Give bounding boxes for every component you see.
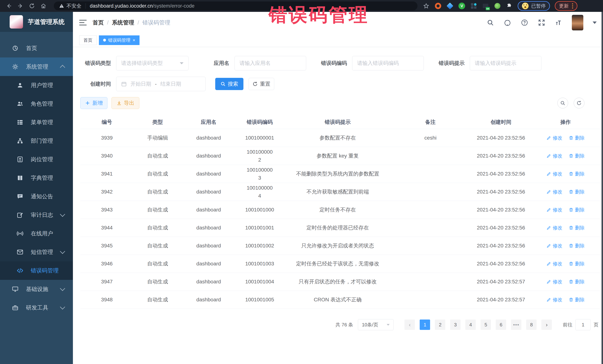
edit-link[interactable]: 修改	[546, 243, 562, 249]
edit-icon	[546, 261, 551, 266]
edit-link[interactable]: 修改	[546, 297, 562, 303]
sidebar-item-notice[interactable]: 通知公告	[0, 187, 73, 206]
delete-link[interactable]: 删除	[569, 297, 585, 303]
reset-button[interactable]: 重置	[249, 78, 274, 90]
delete-link[interactable]: 删除	[569, 171, 585, 177]
sidebar-item-infra[interactable]: 基础设施	[0, 280, 73, 298]
extension-gem-icon[interactable]	[446, 2, 453, 10]
delete-link[interactable]: 删除	[569, 278, 585, 285]
delete-link[interactable]: 删除	[569, 135, 585, 141]
sidebar-item-online[interactable]: 在线用户	[0, 224, 73, 243]
breadcrumb-system[interactable]: 系统管理	[112, 19, 134, 26]
extension-key-icon[interactable]	[494, 2, 501, 10]
tab-error-code-active[interactable]: 错误码管理 ×	[99, 35, 139, 45]
sidebar-item-dept[interactable]: 部门管理	[0, 132, 73, 150]
edit-link[interactable]: 修改	[546, 135, 562, 141]
header-search-icon[interactable]	[487, 19, 494, 26]
page-button-8[interactable]: 8	[526, 320, 537, 330]
page-button-1[interactable]: 1	[420, 320, 430, 330]
user-menu-caret-icon[interactable]	[593, 22, 597, 24]
cell-id: 3943	[80, 207, 133, 213]
page-button-4[interactable]: 4	[465, 320, 476, 330]
extension-switchy-on-icon[interactable]: on	[482, 2, 489, 10]
address-bar[interactable]: 不安全 dashboard.yudao.iocoder.cn/system/er…	[54, 1, 417, 10]
sidebar-item-menu[interactable]: 菜单管理	[0, 113, 73, 132]
table-row: 3941 自动生成 dashboard 100100000 3 不能删除类型为系…	[80, 165, 600, 183]
prev-page-button[interactable]: ‹	[405, 320, 415, 330]
bookmark-star-icon[interactable]	[423, 2, 430, 10]
goto-page-input[interactable]: 1	[575, 319, 591, 330]
font-size-icon[interactable]	[555, 19, 563, 26]
error-type-select[interactable]: 请选择错误码类型	[116, 56, 188, 70]
tab-home[interactable]: 首页	[79, 35, 97, 45]
sidebar-item-post[interactable]: 岗位管理	[0, 150, 73, 169]
delete-link[interactable]: 删除	[569, 207, 585, 213]
breadcrumb-home[interactable]: 首页	[93, 19, 104, 26]
edit-link[interactable]: 修改	[546, 153, 562, 159]
error-hint-input[interactable]: 请输入错误码提示	[470, 56, 541, 70]
delete-link[interactable]: 删除	[569, 225, 585, 231]
fullscreen-icon[interactable]	[538, 19, 545, 26]
sidebar-item-errorcode[interactable]: 错误码管理	[0, 261, 73, 280]
sidebar-item-sms[interactable]: 短信管理	[0, 243, 73, 261]
cell-id: 3939	[80, 135, 133, 141]
edit-link[interactable]: 修改	[546, 261, 562, 267]
page-button-3[interactable]: 3	[450, 320, 461, 330]
app-name-input[interactable]: 请输入应用名	[234, 56, 306, 70]
extensions-puzzle-icon[interactable]	[506, 2, 513, 10]
sidebar-item-home[interactable]: 首页	[0, 39, 73, 57]
reload-icon[interactable]	[28, 2, 36, 10]
sidebar-item-dict[interactable]: 字典管理	[0, 169, 73, 187]
next-page-button[interactable]: ›	[541, 320, 552, 330]
tampermonkey-paused-chip[interactable]: 已暂停	[518, 1, 550, 11]
page-button-5[interactable]: 5	[481, 320, 491, 330]
error-code-input[interactable]: 请输入错误码编码	[352, 56, 424, 70]
edit-link[interactable]: 修改	[546, 207, 562, 213]
pagination: 共 76 条 10条/页 ‹ 123456•••8 › 前往 1 页	[73, 319, 603, 330]
forward-icon[interactable]	[16, 2, 24, 10]
cell-code: 100100000 4	[235, 184, 284, 200]
delete-link[interactable]: 删除	[569, 261, 585, 267]
browser-scrollbar[interactable]	[602, 12, 603, 364]
refresh-table-button[interactable]	[574, 98, 584, 109]
user-avatar[interactable]	[572, 15, 583, 30]
github-icon[interactable]	[504, 19, 511, 26]
page-button-6[interactable]: 6	[496, 320, 506, 330]
edit-icon	[546, 207, 551, 212]
tab-close-icon[interactable]: ×	[133, 38, 135, 43]
sidebar-item-label: 研发工具	[26, 304, 48, 311]
edit-link[interactable]: 修改	[546, 171, 562, 177]
sidebar-fold-icon[interactable]	[79, 18, 88, 27]
export-button[interactable]: 导出	[112, 97, 139, 109]
sidebar-item-auditlog[interactable]: 审计日志	[0, 206, 73, 224]
home-icon[interactable]	[39, 2, 47, 10]
back-icon[interactable]	[5, 2, 13, 10]
delete-link[interactable]: 删除	[569, 189, 585, 195]
sidebar-item-role[interactable]: 角色管理	[0, 95, 73, 113]
search-button[interactable]: 搜索	[215, 78, 244, 90]
edit-link[interactable]: 修改	[546, 189, 562, 195]
page-size-select[interactable]: 10条/页	[358, 319, 394, 330]
cell-type: 手动编辑	[133, 134, 182, 141]
edit-link[interactable]: 修改	[546, 278, 562, 285]
sidebar-item-system[interactable]: 系统管理	[0, 57, 73, 76]
sidebar-item-user[interactable]: 用户管理	[0, 76, 73, 95]
sidebar-item-devtools[interactable]: 研发工具	[0, 298, 73, 317]
add-button[interactable]: 新增	[80, 97, 107, 109]
toggle-search-button[interactable]	[557, 98, 568, 109]
page-ellipsis[interactable]: •••	[511, 320, 521, 330]
cell-hint: 参数配置 key 重复	[284, 152, 392, 159]
delete-link[interactable]: 删除	[569, 153, 585, 159]
extension-grid-icon[interactable]	[470, 2, 477, 10]
delete-link[interactable]: 删除	[569, 243, 585, 249]
date-range-picker[interactable]: 开始日期 - 结束日期	[116, 77, 206, 91]
page-button-2[interactable]: 2	[435, 320, 445, 330]
logo-row[interactable]: 芋道管理系统	[0, 12, 73, 32]
browser-toolbar: 不安全 dashboard.yudao.iocoder.cn/system/er…	[0, 0, 603, 12]
chrome-update-chip[interactable]: 更新	[555, 1, 577, 11]
edit-link[interactable]: 修改	[546, 225, 562, 231]
extension-green-circle-icon[interactable]: V	[458, 2, 465, 10]
extension-orange-icon[interactable]	[435, 2, 441, 10]
browser-menu-icon[interactable]	[572, 3, 573, 9]
docs-help-icon[interactable]	[521, 19, 528, 26]
